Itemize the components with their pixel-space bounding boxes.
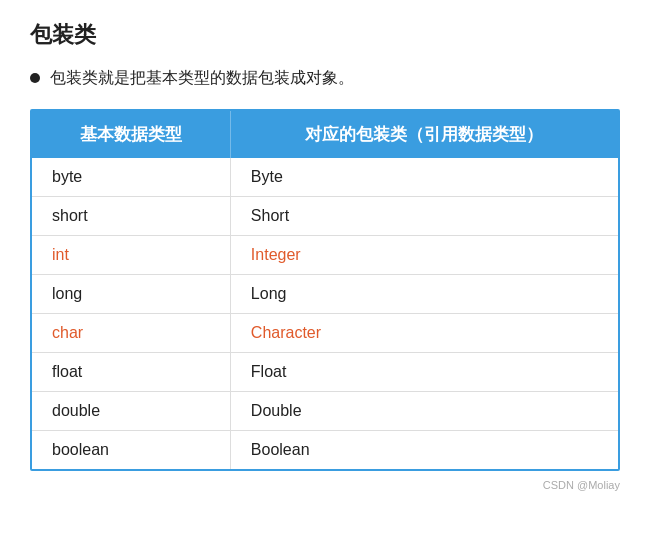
primitive-type-cell: char [32, 314, 230, 353]
table-row: longLong [32, 275, 618, 314]
primitive-type-cell: float [32, 353, 230, 392]
primitive-type-cell: short [32, 197, 230, 236]
table-row: charCharacter [32, 314, 618, 353]
page-title: 包装类 [30, 20, 620, 50]
wrapper-table: 基本数据类型 对应的包装类（引用数据类型） byteByteshortShort… [32, 111, 618, 469]
table-row: intInteger [32, 236, 618, 275]
table-row: doubleDouble [32, 392, 618, 431]
wrapper-type-cell: Long [230, 275, 618, 314]
wrapper-type-cell: Byte [230, 158, 618, 197]
table-header-row: 基本数据类型 对应的包装类（引用数据类型） [32, 111, 618, 158]
col2-header: 对应的包装类（引用数据类型） [230, 111, 618, 158]
col1-header: 基本数据类型 [32, 111, 230, 158]
table-row: byteByte [32, 158, 618, 197]
bullet-dot [30, 73, 40, 83]
primitive-type-cell: boolean [32, 431, 230, 470]
wrapper-type-cell: Integer [230, 236, 618, 275]
table-row: booleanBoolean [32, 431, 618, 470]
primitive-type-cell: long [32, 275, 230, 314]
wrapper-type-cell: Boolean [230, 431, 618, 470]
primitive-type-cell: int [32, 236, 230, 275]
wrapper-type-cell: Short [230, 197, 618, 236]
wrapper-type-cell: Double [230, 392, 618, 431]
primitive-type-cell: double [32, 392, 230, 431]
wrapper-type-cell: Float [230, 353, 618, 392]
wrapper-type-cell: Character [230, 314, 618, 353]
table-container: 基本数据类型 对应的包装类（引用数据类型） byteByteshortShort… [30, 109, 620, 471]
bullet-item: 包装类就是把基本类型的数据包装成对象。 [30, 68, 620, 89]
table-row: floatFloat [32, 353, 618, 392]
table-row: shortShort [32, 197, 618, 236]
bullet-text: 包装类就是把基本类型的数据包装成对象。 [50, 68, 354, 89]
watermark: CSDN @Moliay [30, 479, 620, 491]
primitive-type-cell: byte [32, 158, 230, 197]
